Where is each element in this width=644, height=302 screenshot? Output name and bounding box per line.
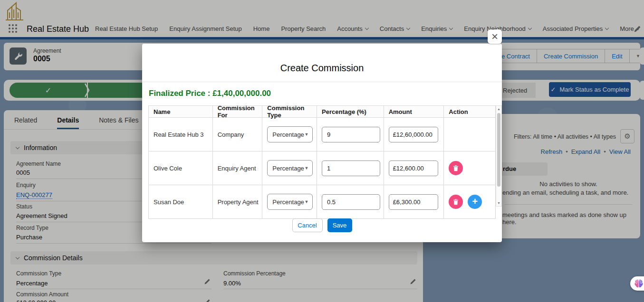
close-icon: ×	[491, 31, 498, 42]
modal-title-divider	[142, 82, 502, 82]
row-action-cell	[444, 151, 495, 185]
modal-close-button[interactable]: ×	[488, 29, 502, 44]
row-name: Olive Cole	[149, 151, 213, 185]
delete-row-button[interactable]	[449, 161, 463, 175]
row-commission-for: Company	[213, 118, 263, 151]
commission-type-select[interactable]: Percentage▼	[267, 160, 313, 176]
header-name: Name	[149, 106, 213, 117]
row-action-cell	[444, 118, 495, 151]
commission-type-select[interactable]: Percentage▼	[267, 194, 313, 210]
scrollbar-thumb[interactable]	[497, 113, 500, 187]
delete-row-button[interactable]	[449, 195, 463, 209]
row-type-cell: Percentage▼	[262, 151, 317, 185]
amount-input[interactable]	[389, 160, 438, 176]
row-amount-cell	[384, 185, 444, 218]
finalized-price: Finalized Price : £1,40,00,000.00	[149, 89, 271, 98]
row-commission-for: Property Agent	[213, 185, 263, 218]
row-action-cell: +	[444, 185, 495, 218]
row-name: Real Estate Hub 3	[149, 118, 213, 151]
cancel-button[interactable]: Cancel	[292, 218, 323, 232]
commission-table: Name Commission For Commission Type Perc…	[148, 105, 496, 219]
row-percentage-cell	[317, 118, 384, 151]
percentage-input[interactable]	[322, 194, 380, 210]
table-scrollbar[interactable]: ▲ ▼	[496, 105, 502, 207]
amount-input[interactable]	[389, 127, 438, 142]
table-row: Real Estate Hub 3 Company Percentage▼	[148, 118, 496, 151]
commission-type-select[interactable]: Percentage▼	[267, 126, 313, 142]
trash-icon	[452, 198, 459, 205]
row-amount-cell	[384, 118, 444, 151]
row-percentage-cell	[317, 185, 384, 218]
header-amount: Amount	[384, 106, 444, 117]
select-caret-icon: ▼	[304, 166, 308, 170]
header-percentage: Percentage (%)	[317, 106, 384, 117]
row-commission-for: Enquiry Agent	[213, 151, 263, 185]
amount-input[interactable]	[389, 194, 438, 210]
table-row: Olive Cole Enquiry Agent Percentage▼	[148, 151, 496, 185]
select-caret-icon: ▼	[304, 132, 308, 137]
select-caret-icon: ▼	[304, 199, 308, 204]
plus-icon: +	[472, 197, 478, 206]
assistant-pill[interactable]	[630, 276, 644, 291]
modal-footer: Cancel Save	[142, 218, 502, 232]
row-type-cell: Percentage▼	[262, 118, 317, 151]
row-amount-cell	[384, 151, 444, 185]
add-row-button[interactable]: +	[468, 195, 482, 209]
table-header-row: Name Commission For Commission Type Perc…	[148, 105, 496, 118]
row-name: Susan Doe	[149, 185, 213, 218]
create-commission-modal: Create Commission Finalized Price : £1,4…	[142, 44, 502, 242]
header-action: Action	[444, 106, 495, 117]
modal-title: Create Commission	[142, 63, 502, 74]
row-percentage-cell	[317, 151, 384, 185]
brain-icon	[634, 279, 644, 288]
row-type-cell: Percentage▼	[262, 185, 317, 218]
save-button[interactable]: Save	[327, 218, 352, 232]
header-commission-type: Commission Type	[262, 106, 317, 117]
scroll-down-icon[interactable]: ▼	[496, 201, 501, 205]
percentage-input[interactable]	[322, 160, 380, 176]
table-row: Susan Doe Property Agent Percentage▼ +	[148, 185, 496, 219]
header-commission-for: Commission For	[213, 106, 263, 117]
percentage-input[interactable]	[322, 127, 380, 142]
trash-icon	[452, 165, 459, 171]
scroll-up-icon[interactable]: ▲	[496, 107, 501, 111]
